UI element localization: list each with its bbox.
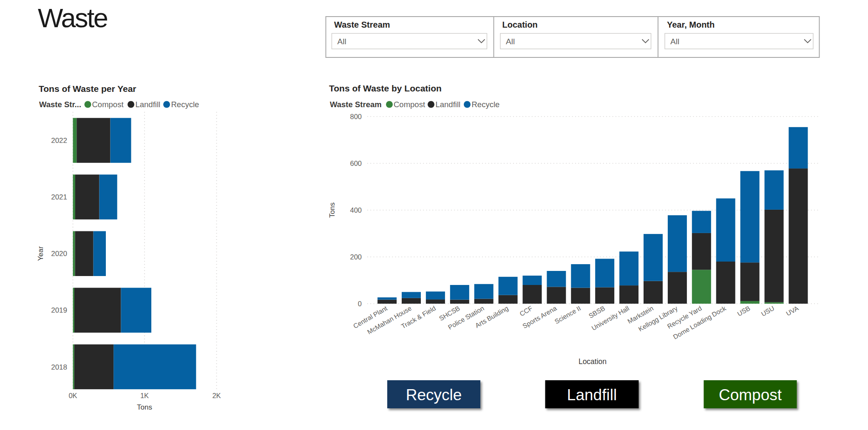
- svg-text:800: 800: [350, 113, 362, 120]
- svg-text:Recycle: Recycle: [171, 100, 199, 109]
- svg-text:400: 400: [350, 206, 362, 214]
- svg-text:2021: 2021: [51, 193, 67, 201]
- svg-text:2K: 2K: [212, 392, 221, 399]
- svg-text:Compost: Compost: [92, 100, 124, 109]
- svg-text:Tons: Tons: [328, 202, 336, 218]
- svg-text:Landfill: Landfill: [136, 100, 161, 109]
- svg-text:2022: 2022: [51, 137, 67, 145]
- svg-text:Compost: Compost: [394, 100, 425, 109]
- svg-text:2019: 2019: [51, 306, 67, 314]
- svg-text:Landfill: Landfill: [436, 100, 461, 109]
- svg-text:Tons of Waste per Year: Tons of Waste per Year: [39, 84, 136, 94]
- svg-text:2018: 2018: [51, 363, 67, 371]
- svg-text:0: 0: [358, 300, 362, 308]
- svg-text:Waste: Waste: [38, 3, 108, 33]
- svg-text:UVA: UVA: [785, 305, 800, 317]
- svg-text:Location: Location: [579, 357, 607, 366]
- svg-text:0K: 0K: [68, 392, 77, 399]
- svg-text:Tons: Tons: [137, 403, 152, 411]
- svg-text:200: 200: [350, 253, 362, 261]
- svg-text:Waste Stream: Waste Stream: [334, 20, 390, 29]
- svg-text:Tons of Waste by Location: Tons of Waste by Location: [329, 83, 442, 93]
- svg-text:Waste Str...: Waste Str...: [39, 100, 81, 109]
- svg-text:Landfill: Landfill: [567, 386, 617, 404]
- svg-text:2020: 2020: [51, 250, 67, 258]
- svg-text:Recycle: Recycle: [406, 386, 462, 404]
- svg-text:Year, Month: Year, Month: [667, 20, 715, 29]
- svg-text:All: All: [338, 37, 346, 46]
- svg-text:SBSB: SBSB: [587, 305, 606, 319]
- svg-text:Science II: Science II: [553, 305, 582, 325]
- svg-text:CCF: CCF: [518, 305, 533, 318]
- svg-text:USU: USU: [760, 305, 776, 318]
- svg-text:Recycle: Recycle: [472, 100, 500, 109]
- svg-text:Location: Location: [502, 20, 538, 29]
- svg-text:Compost: Compost: [719, 386, 782, 404]
- svg-text:All: All: [506, 37, 515, 46]
- svg-text:Year: Year: [37, 246, 45, 261]
- svg-text:1K: 1K: [140, 392, 149, 399]
- svg-text:All: All: [670, 37, 679, 46]
- svg-text:Waste Stream: Waste Stream: [330, 100, 382, 109]
- svg-text:600: 600: [350, 159, 362, 167]
- svg-text:USB: USB: [736, 305, 751, 318]
